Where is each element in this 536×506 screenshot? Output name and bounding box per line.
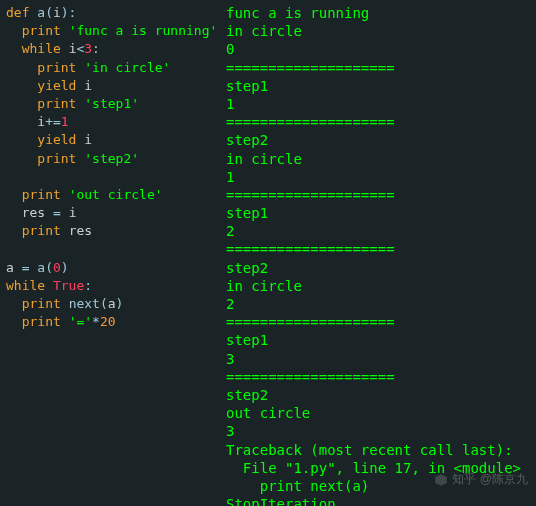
var-i: i	[69, 205, 77, 220]
keyword-print: print	[37, 96, 76, 111]
num-1: 1	[61, 114, 69, 129]
paren: (	[45, 260, 53, 275]
keyword-print: print	[22, 314, 61, 329]
output-line: 1	[226, 96, 234, 112]
op-mul: *	[92, 314, 100, 329]
string-literal: '='	[69, 314, 92, 329]
output-line: 3	[226, 423, 234, 439]
param: i	[53, 5, 61, 20]
output-line: 2	[226, 296, 234, 312]
terminal-output[interactable]: func a is running in circle 0 ==========…	[220, 0, 536, 506]
string-literal: 'step2'	[84, 151, 139, 166]
var-i: i	[84, 132, 92, 147]
output-line: out circle	[226, 405, 310, 421]
keyword-print: print	[37, 151, 76, 166]
var-res: res	[69, 223, 92, 238]
var-i: i	[84, 78, 92, 93]
output-line: func a is running	[226, 5, 369, 21]
output-line: ====================	[226, 114, 395, 130]
keyword-yield: yield	[37, 78, 76, 93]
output-line: step1	[226, 205, 268, 221]
output-line: 2	[226, 223, 234, 239]
paren-colon: ):	[61, 5, 77, 20]
keyword-print: print	[37, 60, 76, 75]
output-line: in circle	[226, 278, 302, 294]
keyword-print: print	[22, 223, 61, 238]
output-line: File "1.py", line 17, in <module>	[226, 460, 521, 476]
string-literal: 'in circle'	[84, 60, 170, 75]
paren: (	[45, 5, 53, 20]
output-line: 1	[226, 169, 234, 185]
fn-next: next	[69, 296, 100, 311]
output-line: step2	[226, 387, 268, 403]
output-line: step2	[226, 260, 268, 276]
paren: )	[61, 260, 69, 275]
cursor-position: 20	[100, 314, 116, 329]
var-res: res	[22, 205, 45, 220]
output-line: ====================	[226, 187, 395, 203]
keyword-yield: yield	[37, 132, 76, 147]
code-editor[interactable]: def a(i): print 'func a is running' whil…	[0, 0, 220, 506]
function-name: a	[37, 5, 45, 20]
string-literal: 'out circle'	[69, 187, 163, 202]
output-line: in circle	[226, 23, 302, 39]
output-line: step2	[226, 132, 268, 148]
output-line: ====================	[226, 314, 395, 330]
output-line: step1	[226, 332, 268, 348]
colon: :	[92, 41, 100, 56]
bool-true: True	[53, 278, 84, 293]
var-i: i	[37, 114, 45, 129]
string-literal: 'func a is running'	[69, 23, 218, 38]
keyword-print: print	[22, 187, 61, 202]
keyword-def: def	[6, 5, 29, 20]
output-line: StopIteration	[226, 496, 336, 506]
colon: :	[84, 278, 92, 293]
paren: )	[116, 296, 124, 311]
output-line: 3	[226, 351, 234, 367]
var-a: a	[6, 260, 14, 275]
output-line: print next(a)	[226, 478, 369, 494]
keyword-print: print	[22, 23, 61, 38]
output-line: ====================	[226, 369, 395, 385]
num-3: 3	[84, 41, 92, 56]
output-line: step1	[226, 78, 268, 94]
output-line: ====================	[226, 241, 395, 257]
var-a: a	[108, 296, 116, 311]
string-literal: 'step1'	[84, 96, 139, 111]
paren: (	[100, 296, 108, 311]
op-assign: =	[53, 205, 61, 220]
keyword-print: print	[22, 296, 61, 311]
num-0: 0	[53, 260, 61, 275]
op-iadd: +=	[45, 114, 61, 129]
op-assign: =	[22, 260, 30, 275]
output-line: in circle	[226, 151, 302, 167]
output-line: ====================	[226, 60, 395, 76]
fn-a: a	[37, 260, 45, 275]
output-line: 0	[226, 41, 234, 57]
output-line: Traceback (most recent call last):	[226, 442, 513, 458]
keyword-while: while	[22, 41, 61, 56]
keyword-while: while	[6, 278, 45, 293]
